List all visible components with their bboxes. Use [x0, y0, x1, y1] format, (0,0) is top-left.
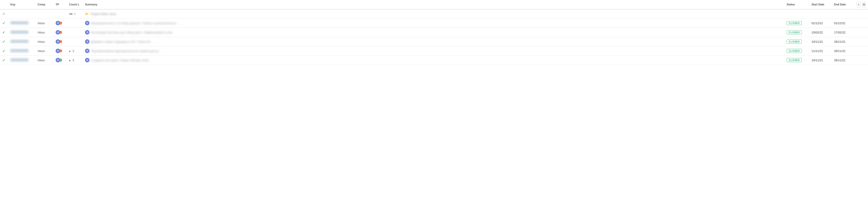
- dropdown-arrow[interactable]: ▾: [74, 12, 76, 16]
- count-value-5: 3: [72, 59, 74, 62]
- check-cell-2: ✓: [0, 28, 8, 37]
- actions-cell-4: [855, 46, 868, 56]
- table-action-buttons: + ⚙: [857, 2, 866, 7]
- tp-gear-icon-3: [56, 39, 60, 44]
- startdate-cell-4: 11/11/21: [809, 46, 832, 56]
- enddate-cell-5: 26/11/21: [832, 56, 855, 65]
- col-header-key[interactable]: Key: [8, 0, 35, 9]
- check-icon-2: ✓: [2, 31, 5, 34]
- actions-cell-5: [855, 56, 868, 65]
- enddate-cell-3: 26/11/21: [832, 37, 855, 46]
- col-header-comp[interactable]: Comp: [35, 0, 53, 9]
- col-header-summary[interactable]: Summary: [83, 0, 784, 9]
- settings-button[interactable]: ⚙: [862, 2, 866, 7]
- key-cell-4[interactable]: [8, 46, 35, 56]
- table-row: ✓ Atlass: [0, 28, 868, 37]
- status-badge-1: CLOSED: [786, 21, 802, 25]
- count-cell-4: ▶ 2: [67, 46, 83, 56]
- key-value-5: [10, 58, 29, 61]
- key-cell-2[interactable]: [8, 28, 35, 37]
- startdate-cell-1: 01/12/21: [809, 19, 832, 28]
- summary-text-3: Добавить новую подзадачу в ЗА • Поиск об…: [91, 40, 782, 44]
- startdate-value-4: 11/11/21: [811, 49, 823, 53]
- status-badge-3: CLOSED: [786, 39, 802, 44]
- status-cell-3: CLOSED: [784, 37, 809, 46]
- check-cell-5: ✓: [0, 56, 8, 65]
- check-cell-1: ✓: [0, 19, 8, 28]
- group-header-row: ✳ 44 ▾ 📁 Project folder name: [0, 9, 868, 19]
- tp-icons-2: [56, 30, 65, 35]
- group-folder-label: Project folder name: [91, 12, 116, 16]
- folder-icon: 📁: [85, 12, 89, 16]
- group-key-cell: [8, 9, 35, 19]
- summary-content-5: Создания него дата • Нужен обновит иной: [85, 58, 782, 62]
- summary-text-2: Интеграция без базы для сбора дата • Заф…: [91, 31, 782, 34]
- status-badge-5: CLOSED: [786, 58, 802, 62]
- startdate-value-2: 15/02/22: [811, 31, 823, 34]
- comp-cell-2: Atlass: [35, 28, 53, 37]
- group-count: 44: [69, 12, 72, 16]
- expand-arrow-5[interactable]: ▶: [69, 59, 71, 62]
- tp-cell-2: [53, 28, 67, 37]
- group-actions-cell: [855, 9, 868, 19]
- summary-gear-icon-1: [85, 21, 90, 25]
- startdate-value-1: 01/12/21: [811, 22, 823, 25]
- startdate-value-3: 10/11/21: [811, 40, 823, 44]
- wand-icon: ✳: [2, 12, 5, 16]
- tp-icons-1: [56, 21, 65, 25]
- startdate-cell-2: 15/02/22: [809, 28, 832, 37]
- summary-cell-4: Переименование функционального файла для…: [83, 46, 784, 56]
- summary-gear-icon-3: [85, 39, 90, 44]
- count-cell-5: ▶ 3: [67, 56, 83, 65]
- expand-arrow-4[interactable]: ▶: [69, 50, 71, 53]
- col-header-startdate[interactable]: Start Date: [809, 0, 832, 9]
- key-cell-3[interactable]: [8, 37, 35, 46]
- summary-text-5: Создания него дата • Нужен обновит иной: [91, 59, 782, 62]
- summary-cell-2: Интеграция без базы для сбора дата • Заф…: [83, 28, 784, 37]
- col-header-enddate[interactable]: End Date: [832, 0, 855, 9]
- summary-gear-icon-2: [85, 30, 90, 35]
- table-row: ✓ Atlass: [0, 19, 868, 28]
- summary-content-2: Интеграция без базы для сбора дата • Заф…: [85, 30, 782, 35]
- tp-icons-5: [56, 58, 65, 62]
- check-icon-3: ✓: [2, 40, 5, 44]
- summary-gear-icon-5: [85, 58, 90, 62]
- check-icon-5: ✓: [2, 58, 5, 62]
- group-tp-cell: [53, 9, 67, 19]
- key-value-1: [10, 21, 29, 24]
- tp-cell-4: [53, 46, 67, 56]
- enddate-value-1: 01/12/21: [834, 22, 846, 25]
- comp-cell-3: Atlass: [35, 37, 53, 46]
- comp-cell-1: Atlass: [35, 19, 53, 28]
- key-cell-5[interactable]: [8, 56, 35, 65]
- enddate-cell-2: 17/02/22: [832, 28, 855, 37]
- status-cell-4: CLOSED: [784, 46, 809, 56]
- table-row: ✓ Atlass ▶ 3: [0, 56, 868, 65]
- status-badge-2: CLOSED: [786, 30, 802, 34]
- count-cell-3: [67, 37, 83, 46]
- tp-icons-3: [56, 39, 65, 44]
- enddate-value-4: 26/11/21: [834, 49, 846, 53]
- status-badge-4: CLOSED: [786, 49, 802, 53]
- enddate-cell-4: 26/11/21: [832, 46, 855, 56]
- col-header-tp[interactable]: TP: [53, 0, 67, 9]
- summary-text-4: Переименование функционального файла для…: [91, 49, 782, 53]
- actions-cell-2: [855, 28, 868, 37]
- enddate-cell-1: 01/12/21: [832, 19, 855, 28]
- col-header-count[interactable]: Count L: [67, 0, 83, 9]
- add-column-button[interactable]: +: [857, 2, 860, 7]
- group-comp-cell: [35, 9, 53, 19]
- col-header-status[interactable]: Status: [784, 0, 809, 9]
- table-row: ✓ Atlass: [0, 37, 868, 46]
- key-cell-1[interactable]: [8, 19, 35, 28]
- comp-value-5: Atlass: [37, 59, 45, 62]
- group-summary-cell: 📁 Project folder name: [83, 9, 784, 19]
- summary-content-1: Функциональность по сбору данных • Нужны…: [85, 21, 782, 25]
- tp-gear-icon-2: [56, 30, 60, 35]
- summary-content-4: Переименование функционального файла для…: [85, 49, 782, 53]
- check-icon-4: ✓: [2, 49, 5, 53]
- comp-cell-5: Atlass: [35, 56, 53, 65]
- enddate-value-5: 26/11/21: [834, 59, 846, 62]
- summary-gear-icon-4: [85, 49, 90, 53]
- status-cell-2: CLOSED: [784, 28, 809, 37]
